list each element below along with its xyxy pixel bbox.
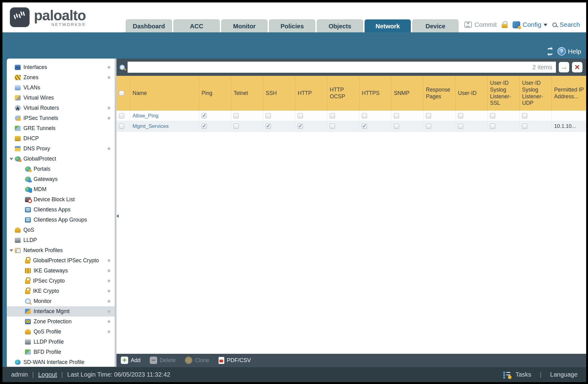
tab-acc[interactable]: ACC bbox=[174, 19, 220, 32]
column-header-http-ocsp[interactable]: HTTP OCSP bbox=[327, 76, 359, 111]
column-header-ssh[interactable]: SSH bbox=[263, 76, 295, 111]
sidebar-item-device-block-list[interactable]: Device Block List bbox=[7, 194, 115, 205]
column-header-https[interactable]: HTTPS bbox=[359, 76, 391, 111]
row-select-checkbox[interactable] bbox=[119, 113, 124, 118]
refresh-icon[interactable] bbox=[546, 48, 554, 55]
apply-filter-button[interactable] bbox=[559, 62, 569, 72]
config-button[interactable]: Config bbox=[512, 21, 548, 28]
tab-objects[interactable]: Objects bbox=[317, 19, 363, 32]
sidebar-item-virtual-wires[interactable]: Virtual Wires bbox=[7, 93, 115, 103]
expander-icon[interactable] bbox=[10, 158, 13, 160]
sidebar-item-clientless-apps[interactable]: Clientless Apps bbox=[7, 205, 115, 215]
user-id-syslog-listener-udp-cell bbox=[520, 111, 552, 121]
tab-device[interactable]: Device bbox=[412, 19, 459, 32]
column-header-user-id-syslog-listener-ssl[interactable]: User-ID Syslog Listener-SSL bbox=[488, 76, 520, 111]
item-dot bbox=[108, 107, 110, 109]
pdf-csv-button[interactable]: PDF/CSV bbox=[218, 357, 251, 364]
tab-monitor[interactable]: Monitor bbox=[221, 19, 267, 32]
sidebar-item-lldp-profile[interactable]: LLDP Profile bbox=[7, 337, 115, 347]
clone-button: Clone bbox=[185, 357, 209, 364]
sidebar-item-monitor[interactable]: Monitor bbox=[7, 296, 115, 306]
sidebar-item-ike-gateways[interactable]: IKE Gateways bbox=[7, 266, 115, 276]
sidebar-item-clientless-app-groups[interactable]: Clientless App Groups bbox=[7, 215, 115, 225]
row-select-checkbox[interactable] bbox=[119, 124, 124, 129]
add-button[interactable]: Add bbox=[121, 357, 141, 364]
sidebar-item-dns-proxy[interactable]: DNS Proxy bbox=[7, 144, 115, 154]
sidebar-splitter[interactable] bbox=[115, 59, 116, 367]
name-cell: Mgmt_Services bbox=[130, 121, 199, 131]
sidebar-item-interfaces[interactable]: Interfaces bbox=[7, 62, 115, 72]
zone-protection-icon bbox=[25, 319, 31, 324]
sidebar-item-lldp[interactable]: LLDP bbox=[7, 235, 115, 245]
sidebar-item-sd-wan-interface-profile[interactable]: SD-WAN Interface Profile bbox=[7, 357, 115, 367]
sidebar-item-ipsec-crypto[interactable]: IPSec Crypto bbox=[7, 276, 115, 286]
row-name-link[interactable]: Allow_Ping bbox=[133, 113, 158, 119]
snmp-cell bbox=[391, 111, 423, 121]
select-all-checkbox[interactable] bbox=[119, 91, 124, 96]
clear-filter-button[interactable] bbox=[572, 62, 582, 72]
expander-icon[interactable] bbox=[10, 249, 13, 252]
sidebar-item-label: Interface Mgmt bbox=[34, 308, 70, 315]
sidebar-item-virtual-routers[interactable]: Virtual Routers bbox=[7, 103, 115, 113]
item-dot bbox=[108, 76, 110, 79]
sidebar-item-label: Interfaces bbox=[23, 64, 47, 71]
column-header-user-id-syslog-listener-udp[interactable]: User-ID Syslog Listener-UDP bbox=[520, 76, 552, 111]
http-cell bbox=[295, 121, 327, 131]
row-name-link[interactable]: Mgmt_Services bbox=[133, 123, 169, 129]
global-search-button[interactable]: Search bbox=[552, 21, 580, 28]
sidebar-item-gre-tunnels[interactable]: GRE Tunnels bbox=[7, 123, 115, 133]
sidebar-item-label: Network Profiles bbox=[23, 247, 63, 254]
sidebar-item-label: LLDP Profile bbox=[34, 339, 64, 345]
sidebar-item-vlans[interactable]: VLANs bbox=[7, 83, 115, 93]
column-header-permitted-ip-address[interactable]: Permitted IP Address... bbox=[552, 76, 586, 111]
table-row-mgmt-services: Mgmt_Services10.1.10... bbox=[116, 121, 586, 132]
sidebar-item-portals[interactable]: Portals bbox=[7, 164, 115, 174]
sidebar-item-mdm[interactable]: MDM bbox=[7, 184, 115, 194]
column-header-snmp[interactable]: SNMP bbox=[391, 76, 423, 111]
main-area: InterfacesZonesVLANsVirtual WiresVirtual… bbox=[2, 59, 586, 367]
lock-icon[interactable] bbox=[502, 24, 508, 28]
tab-dashboard[interactable]: Dashboard bbox=[126, 19, 172, 32]
sidebar-item-zone-protection[interactable]: Zone Protection bbox=[7, 317, 115, 327]
unchecked-checkbox bbox=[394, 124, 399, 129]
commit-button[interactable]: Commit bbox=[464, 21, 496, 28]
logout-link[interactable]: Logout bbox=[38, 371, 57, 378]
interface-mgmt-table: NamePingTelnetSSHHTTPHTTP OCSPHTTPSSNMPR… bbox=[116, 76, 586, 354]
sidebar-item-interface-mgmt[interactable]: Interface Mgmt bbox=[7, 306, 115, 317]
sidebar-item-ike-crypto[interactable]: IKE Crypto bbox=[7, 286, 115, 296]
tasks-button[interactable]: Tasks bbox=[516, 371, 531, 378]
sidebar-item-label: DHCP bbox=[23, 135, 39, 142]
telnet-cell bbox=[231, 121, 263, 131]
column-header-name[interactable]: Name bbox=[130, 76, 199, 111]
bfd-profile-icon bbox=[25, 349, 31, 355]
column-header-label: HTTP OCSP bbox=[330, 87, 357, 100]
sidebar-item-bfd-profile[interactable]: BFD Profile bbox=[7, 347, 115, 357]
sidebar-item-qos-profile[interactable]: QoS Profile bbox=[7, 327, 115, 337]
column-header-response-pages[interactable]: Response Pages bbox=[423, 76, 455, 111]
sidebar-item-qos[interactable]: QoS bbox=[7, 225, 115, 235]
sidebar-item-label: Portals bbox=[34, 166, 50, 172]
help-button[interactable]: Help bbox=[557, 47, 581, 55]
sidebar-item-ipsec-tunnels[interactable]: IPSec Tunnels bbox=[7, 113, 115, 123]
ping-cell bbox=[199, 121, 231, 131]
sidebar-item-globalprotect[interactable]: GlobalProtect bbox=[7, 154, 115, 164]
tab-network[interactable]: Network bbox=[365, 19, 411, 32]
tab-policies[interactable]: Policies bbox=[269, 19, 315, 32]
column-header-ping[interactable]: Ping bbox=[199, 76, 231, 111]
sidebar-item-network-profiles[interactable]: Network Profiles bbox=[7, 245, 115, 255]
sidebar-item-zones[interactable]: Zones bbox=[7, 72, 115, 83]
sidebar-item-gateways[interactable]: Gateways bbox=[7, 174, 115, 184]
column-header-user-id[interactable]: User-ID bbox=[455, 76, 488, 111]
filter-input[interactable] bbox=[128, 62, 556, 73]
sidebar-item-dhcp[interactable]: DHCP bbox=[7, 133, 115, 144]
vlans-icon bbox=[15, 85, 21, 90]
column-header-telnet[interactable]: Telnet bbox=[231, 76, 263, 111]
unchecked-checkbox bbox=[490, 124, 495, 129]
language-button[interactable]: Language bbox=[550, 371, 578, 378]
sidebar-item-globalprotect-ipsec-crypto[interactable]: GlobalProtect IPSec Crypto bbox=[7, 255, 115, 266]
column-header-http[interactable]: HTTP bbox=[295, 76, 327, 111]
unchecked-checkbox bbox=[330, 113, 335, 118]
pdf-csv-icon bbox=[218, 357, 224, 364]
search-label: Search bbox=[559, 21, 580, 28]
sidebar-item-label: GlobalProtect IPSec Crypto bbox=[33, 257, 99, 264]
